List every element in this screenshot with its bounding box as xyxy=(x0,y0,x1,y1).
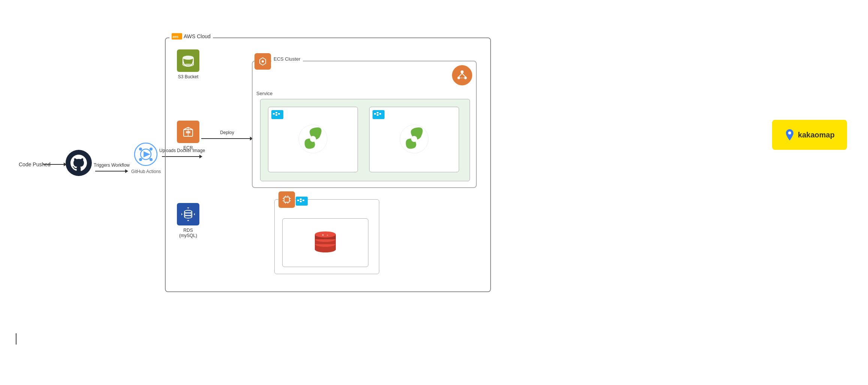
svg-rect-58 xyxy=(302,200,304,201)
ecs-cluster-icon xyxy=(254,53,271,70)
alb-icon-wrapper xyxy=(452,65,472,85)
aws-cloud-label: AWS Cloud xyxy=(184,33,211,39)
cursor-line xyxy=(16,333,16,345)
aws-logo-icon: aws xyxy=(172,33,182,40)
github-icon xyxy=(66,150,92,176)
svg-rect-34 xyxy=(275,114,277,116)
svg-point-5 xyxy=(139,158,142,161)
spring-icon-2 xyxy=(399,124,429,155)
svg-marker-2 xyxy=(144,151,150,157)
redis-inner-box: ★ ★ xyxy=(282,218,368,267)
svg-line-29 xyxy=(462,73,465,77)
svg-text:aws: aws xyxy=(172,35,178,39)
redis-service-badge xyxy=(278,191,295,208)
spring-icon-1 xyxy=(298,124,328,155)
kakaomap-badge: kakaomap xyxy=(772,120,847,150)
svg-point-18 xyxy=(184,210,192,213)
service-label: Service xyxy=(256,91,272,96)
docker-icon-2 xyxy=(373,110,385,121)
svg-rect-42 xyxy=(379,113,381,115)
github-actions-wrapper: GitHub Actions xyxy=(131,142,161,174)
rds-icon xyxy=(177,203,199,225)
svg-point-25 xyxy=(461,70,464,73)
svg-point-37 xyxy=(310,136,316,142)
alb-icon xyxy=(452,65,472,85)
rds-wrapper: RDS(mySQL) xyxy=(177,203,199,238)
s3-bucket-wrapper: S3 Bucket xyxy=(177,49,199,79)
ecs-cluster-box: ECS Cluster xyxy=(252,61,477,188)
arrow-code-to-github xyxy=(43,163,67,166)
svg-rect-56 xyxy=(300,198,302,200)
ecr-wrapper: ECR xyxy=(177,121,199,151)
redis-service-icon xyxy=(278,191,295,208)
svg-line-28 xyxy=(459,73,462,77)
svg-point-24 xyxy=(262,60,264,63)
svg-point-6 xyxy=(150,158,153,161)
aws-cloud-box: aws AWS Cloud S3 Bucket xyxy=(165,37,491,292)
redis-outer-box: ★ ★ xyxy=(274,199,379,274)
diagram-container: Code Pushed Triggers Workflow xyxy=(7,15,858,367)
svg-rect-45 xyxy=(284,197,289,202)
arrow-ecr-to-ecs: Deploy xyxy=(201,130,253,140)
svg-point-68 xyxy=(788,131,791,134)
svg-text:★: ★ xyxy=(322,233,324,237)
docker-icon-1 xyxy=(271,110,283,121)
svg-point-22 xyxy=(184,213,192,216)
redis-icon: ★ ★ xyxy=(312,231,338,255)
svg-rect-55 xyxy=(297,200,299,201)
svg-rect-33 xyxy=(275,112,277,113)
svg-point-12 xyxy=(183,64,193,67)
aws-badge: aws AWS Cloud xyxy=(169,33,213,40)
github-actions-label: GitHub Actions xyxy=(131,169,161,174)
arrow-github-to-gha: Triggers Workflow xyxy=(94,163,130,173)
docker-icon-redis xyxy=(296,197,308,207)
github-actions-icon xyxy=(134,142,158,167)
task-container-2 xyxy=(369,107,459,172)
svg-point-21 xyxy=(184,216,192,218)
ecr-icon xyxy=(177,121,199,143)
svg-point-44 xyxy=(411,136,417,142)
kakaomap-label: kakaomap xyxy=(798,131,835,139)
svg-point-65 xyxy=(315,231,336,237)
svg-rect-41 xyxy=(377,114,379,116)
ecr-label: ECR xyxy=(183,145,193,151)
s3-icon xyxy=(177,49,199,72)
svg-rect-32 xyxy=(273,113,275,115)
svg-rect-35 xyxy=(278,113,280,115)
github-icon-wrapper xyxy=(66,150,92,176)
svg-point-3 xyxy=(139,148,142,151)
service-box xyxy=(260,99,470,181)
rds-label: RDS(mySQL) xyxy=(179,228,197,238)
ecs-top-icon xyxy=(254,53,271,70)
kakaomap-pin-icon xyxy=(784,128,795,141)
svg-rect-17 xyxy=(186,131,190,133)
svg-rect-57 xyxy=(300,201,302,202)
svg-rect-39 xyxy=(374,113,376,115)
svg-text:★: ★ xyxy=(326,234,328,236)
ecs-cluster-label: ECS Cluster xyxy=(271,56,303,62)
s3-label: S3 Bucket xyxy=(178,74,199,79)
svg-point-4 xyxy=(150,148,153,151)
svg-rect-40 xyxy=(377,112,379,113)
task-container-1 xyxy=(268,107,358,172)
